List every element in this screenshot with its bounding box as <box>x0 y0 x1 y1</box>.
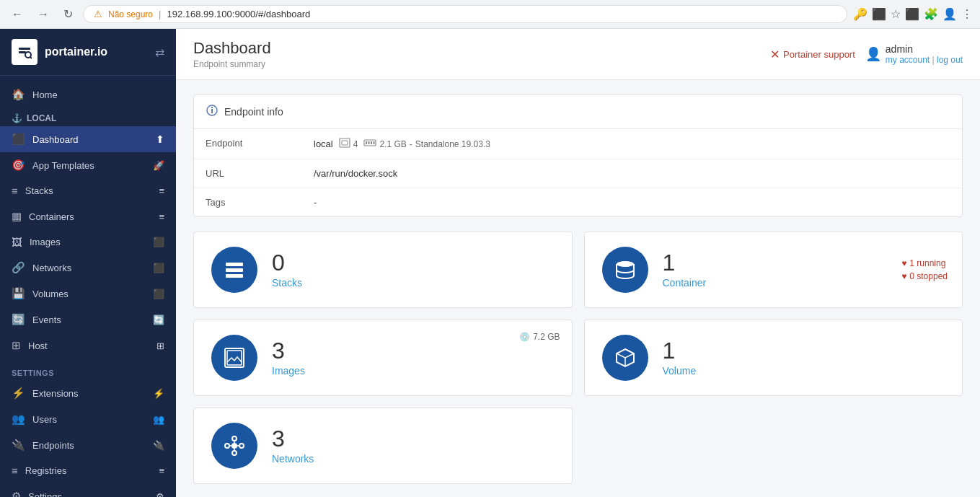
memory-value: 2.1 GB <box>379 139 406 149</box>
endpoint-value: local 4 <box>302 129 962 159</box>
users-nav-icon: 👥 <box>153 414 164 425</box>
url-label: URL <box>194 159 302 188</box>
dashboard-icon: ⬛ <box>12 133 25 146</box>
sidebar-item-host[interactable]: ⊞ Host ⊞ <box>0 333 176 359</box>
url-text: 192.168.99.100:9000/#/dashboard <box>167 9 310 19</box>
volume-label: Volume <box>663 365 697 377</box>
svg-rect-7 <box>340 138 350 147</box>
networks-icon-circle <box>211 423 257 469</box>
host-icon: ⊞ <box>12 339 21 352</box>
networks-nav-icon: ⬛ <box>153 263 164 273</box>
settings-icon: ⚙ <box>12 490 21 497</box>
tags-row: Tags - <box>194 188 962 217</box>
containers-nav-icon: ≡ <box>159 211 164 222</box>
address-bar[interactable]: ⚠ Não seguro | 192.168.99.100:9000/#/das… <box>83 5 847 23</box>
images-card[interactable]: 3 Images 💿 7.2 GB <box>193 320 573 396</box>
sidebar-item-volumes[interactable]: 💾 Volumes ⬛ <box>0 281 176 307</box>
settings-nav-icon: ⚙ <box>156 491 164 498</box>
sidebar-item-label: Users <box>32 414 57 425</box>
container-card-info: 1 Container <box>663 251 707 289</box>
svg-rect-13 <box>374 141 375 144</box>
svg-rect-12 <box>371 141 372 144</box>
volume-card[interactable]: 1 Volume <box>584 320 963 396</box>
browser-actions: 🔑 ⬛ ☆ ⬛ 🧩 👤 ⋮ <box>853 7 973 21</box>
endpoint-info-icon <box>206 104 218 120</box>
container-card[interactable]: 1 Container ♥ 1 running ♥ 0 stopped <box>584 232 963 308</box>
local-label: LOCAL <box>27 113 56 123</box>
sidebar-nav: 🏠 Home ⚓ LOCAL ⬛ Dashboard ⬆ 🎯 <box>0 76 176 497</box>
images-icon-circle <box>211 335 257 381</box>
container-label: Container <box>663 277 707 289</box>
profile-icon: 👤 <box>943 7 957 21</box>
key-icon: 🔑 <box>853 7 868 21</box>
registries-nav-icon: ≡ <box>159 465 164 476</box>
header-actions: ✕ Portainer support 👤 admin my account |… <box>770 43 963 65</box>
svg-rect-8 <box>342 141 348 145</box>
sidebar-item-endpoints[interactable]: 🔌 Endpoints 🔌 <box>0 432 176 458</box>
images-nav-icon: ⬛ <box>153 237 164 247</box>
endpoint-badges: local 4 <box>314 138 950 150</box>
admin-name: admin <box>886 43 963 55</box>
sidebar-item-label: Images <box>30 237 61 247</box>
my-account-link[interactable]: my account <box>886 55 930 65</box>
svg-point-24 <box>232 451 237 455</box>
container-icon-circle <box>602 247 648 293</box>
history-icon: ⬛ <box>905 7 919 21</box>
admin-icon: 👤 <box>865 46 881 62</box>
content-area: Endpoint info Endpoint local <box>176 80 980 497</box>
svg-point-2 <box>25 52 31 58</box>
endpoint-info-table: Endpoint local <box>194 129 962 216</box>
sidebar-item-app-templates[interactable]: 🎯 App Templates 🚀 <box>0 152 176 178</box>
svg-rect-0 <box>19 48 30 50</box>
sidebar-item-images[interactable]: 🖼 Images ⬛ <box>0 229 176 255</box>
extension-icon: 🧩 <box>924 7 938 21</box>
cpu-count: 4 <box>353 139 358 149</box>
container-status-area: ♥ 1 running ♥ 0 stopped <box>901 258 948 281</box>
tags-label: Tags <box>194 188 302 217</box>
sidebar-item-dashboard[interactable]: ⬛ Dashboard ⬆ <box>0 126 176 152</box>
anchor-icon: ⚓ <box>12 113 22 123</box>
reload-button[interactable]: ↻ <box>59 6 77 22</box>
sidebar-item-containers[interactable]: ▦ Containers ≡ <box>0 203 176 229</box>
events-icon: 🔄 <box>12 313 25 326</box>
sidebar-item-home[interactable]: 🏠 Home <box>0 82 176 107</box>
sidebar-item-users[interactable]: 👥 Users 👥 <box>0 406 176 432</box>
transfer-icon[interactable]: ⇄ <box>155 45 164 59</box>
header: Dashboard Endpoint summary ✕ Portainer s… <box>176 29 980 80</box>
svg-rect-16 <box>226 274 243 278</box>
log-out-link[interactable]: log out <box>937 55 963 65</box>
svg-line-3 <box>30 57 32 58</box>
sidebar-item-stacks[interactable]: ≡ Stacks ≡ <box>0 178 176 203</box>
images-label: Images <box>272 365 305 377</box>
page-subtitle: Endpoint summary <box>193 59 271 69</box>
rocket-icon: 🚀 <box>153 160 164 171</box>
local-section: ⚓ LOCAL <box>0 107 176 126</box>
sidebar-item-networks[interactable]: 🔗 Networks ⬛ <box>0 255 176 281</box>
volumes-nav-icon: ⬛ <box>153 289 164 299</box>
stacks-card-info: 0 Stacks <box>272 251 302 289</box>
host-nav-icon: ⊞ <box>156 340 164 351</box>
url-value: /var/run/docker.sock <box>302 159 962 188</box>
standalone-version: Standalone 19.03.3 <box>415 139 490 149</box>
networks-card[interactable]: 3 Networks <box>193 408 573 484</box>
extensions-nav-icon: ⚡ <box>153 388 164 399</box>
volume-card-info: 1 Volume <box>663 339 697 377</box>
stacks-nav-icon: ≡ <box>159 185 164 196</box>
images-size-value: 7.2 GB <box>533 332 560 342</box>
url-row: URL /var/run/docker.sock <box>194 159 962 188</box>
settings-section-label: SETTINGS <box>0 359 176 380</box>
svg-point-20 <box>231 443 237 449</box>
stacks-card[interactable]: 0 Stacks <box>193 232 573 308</box>
sidebar-item-extensions[interactable]: ⚡ Extensions ⚡ <box>0 380 176 406</box>
sidebar-item-events[interactable]: 🔄 Events 🔄 <box>0 307 176 333</box>
support-link[interactable]: ✕ Portainer support <box>770 48 855 61</box>
back-button[interactable]: ← <box>7 6 27 22</box>
forward-button[interactable]: → <box>33 6 53 22</box>
networks-card-info: 3 Networks <box>272 427 314 465</box>
volume-count: 1 <box>663 339 697 362</box>
sidebar-item-label: Containers <box>29 211 74 222</box>
sidebar-item-registries[interactable]: ≡ Registries ≡ <box>0 458 176 483</box>
app-templates-icon: 🎯 <box>12 159 25 172</box>
sidebar-item-settings[interactable]: ⚙ Settings ⚙ <box>0 483 176 497</box>
svg-rect-6 <box>211 109 213 113</box>
